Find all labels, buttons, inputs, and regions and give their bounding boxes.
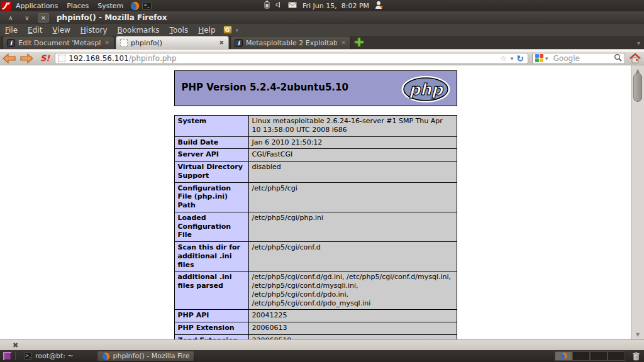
- vertical-scrollbar[interactable]: ▲ ▼: [631, 65, 644, 339]
- menu-tools[interactable]: Tools: [165, 26, 194, 35]
- menu-history[interactable]: History: [75, 26, 113, 35]
- search-magnifier-icon[interactable]: [614, 53, 622, 63]
- bookmark-star-icon[interactable]: ☆: [498, 54, 509, 63]
- menu-file[interactable]: File: [0, 26, 23, 35]
- chevron-down-icon: ∨: [25, 14, 29, 21]
- menu-view[interactable]: View: [47, 26, 75, 35]
- show-desktop-icon[interactable]: [3, 352, 11, 360]
- phpinfo-header: PHP Version 5.2.4-2ubuntu5.10 php: [174, 70, 457, 106]
- search-bar[interactable]: ▾ Google: [532, 53, 625, 64]
- new-tab-button[interactable]: [354, 37, 364, 47]
- phpinfo-page: PHP Version 5.2.4-2ubuntu5.10 php System…: [174, 70, 457, 339]
- menu-bookmarks[interactable]: Bookmarks: [113, 26, 165, 35]
- volume-icon[interactable]: [275, 1, 282, 10]
- firefox-menu-bar: File Edit View History Bookmarks Tools H…: [0, 24, 644, 36]
- stop-button[interactable]: S!: [40, 53, 50, 63]
- scrollbar-thumb[interactable]: [633, 73, 642, 102]
- table-row: Configuration File (php.ini) Path/etc/ph…: [174, 182, 457, 212]
- workspace-1[interactable]: [555, 351, 572, 361]
- reload-icon[interactable]: ↻: [515, 53, 525, 63]
- table-row: Server APICGI/FastCGI: [174, 149, 457, 162]
- findbar-close-icon[interactable]: ✖: [13, 341, 18, 349]
- forward-button[interactable]: [19, 53, 34, 64]
- table-row: Loaded Configuration File/etc/php5/cgi/p…: [174, 212, 457, 241]
- window-close-button[interactable]: ✕: [38, 13, 49, 23]
- addon-dropdown-icon[interactable]: ▾: [236, 27, 239, 33]
- info-favicon: i: [7, 39, 15, 47]
- back-button[interactable]: [2, 53, 17, 64]
- row-value: /etc/php5/cgi/conf.d: [248, 242, 457, 272]
- row-label: Build Date: [174, 136, 248, 149]
- mail-icon[interactable]: [288, 2, 297, 10]
- tab-edit-document[interactable]: i Edit Document 'Metasploita... ✕: [3, 36, 114, 49]
- menu-help[interactable]: Help: [193, 26, 220, 35]
- table-row: SystemLinux metasploitable 2.6.24-16-ser…: [174, 116, 457, 137]
- table-row: PHP API20041225: [174, 310, 457, 322]
- tab-label: phpinfo(): [131, 39, 215, 47]
- tab-phpinfo[interactable]: phpinfo() ✖: [116, 36, 229, 49]
- php-info-table-body: SystemLinux metasploitable 2.6.24-16-ser…: [174, 116, 457, 340]
- scroll-down-icon[interactable]: ▼: [631, 329, 644, 339]
- url-dropdown-icon[interactable]: ▾: [509, 55, 516, 62]
- row-label: PHP API: [174, 310, 248, 322]
- navigation-toolbar: S! 192.168.56.101/phpinfo.php ☆ ▾ ↻ ▾ Go…: [0, 52, 644, 65]
- task-terminal[interactable]: >_ root@bt: ~: [19, 351, 78, 361]
- panel-clock[interactable]: Fri Jun 15, 8:02 PM: [303, 2, 369, 10]
- tab-close-icon[interactable]: ✕: [104, 40, 110, 46]
- task-firefox[interactable]: phpinfo() - Mozilla Fire...: [97, 351, 194, 361]
- bottom-taskbar: >_ root@bt: ~ phpinfo() - Mozilla Fire..…: [0, 350, 644, 362]
- menu-applications[interactable]: Applications: [11, 0, 62, 11]
- row-value: /etc/php5/cgi/conf.d/gd.ini, /etc/php5/c…: [248, 272, 457, 310]
- tab-bar: i Edit Document 'Metasploita... ✕ phpinf…: [0, 36, 644, 50]
- row-label: System: [174, 116, 248, 137]
- home-button[interactable]: [629, 53, 641, 64]
- url-host-text: 192.168.56.101: [69, 54, 128, 63]
- table-row: Scan this dir for additional .ini files/…: [174, 242, 457, 272]
- row-label: PHP Extension: [174, 322, 248, 335]
- desktop: Applications Places System >_ Fri Jun 15…: [0, 0, 644, 362]
- window-title-bar[interactable]: ∧ ∨ ✕ phpinfo() - Mozilla Firefox: [0, 11, 644, 24]
- task-label: root@bt: ~: [35, 352, 74, 360]
- tab-close-icon[interactable]: ✖: [218, 40, 225, 46]
- row-value: 20060613: [248, 322, 457, 335]
- row-value: Linux metasploitable 2.6.24-16-server #1…: [248, 116, 457, 137]
- page-favicon: [58, 55, 65, 62]
- addon-icon[interactable]: G: [223, 26, 232, 34]
- row-label: Scan this dir for additional .ini files: [174, 242, 248, 272]
- firefox-launcher-icon[interactable]: [130, 1, 140, 11]
- window-minimize-button[interactable]: ∨: [21, 13, 33, 23]
- workspace-4[interactable]: [608, 351, 625, 361]
- tab-metasploitable[interactable]: i Metasploitable 2 Exploitabili... ✕: [230, 36, 351, 49]
- svg-text:php: php: [409, 80, 444, 99]
- window-shade-button[interactable]: ∧: [5, 13, 16, 23]
- chevron-up-icon: ∧: [8, 14, 13, 21]
- search-engine-dropdown-icon[interactable]: ▾: [543, 55, 550, 62]
- row-label: additional .ini files parsed: [174, 272, 248, 310]
- battery-icon[interactable]: [264, 1, 270, 11]
- user-switcher-icon[interactable]: [375, 1, 384, 11]
- row-value: 20041225: [248, 310, 457, 322]
- search-input[interactable]: Google: [553, 54, 614, 63]
- tab-list-dropdown-icon[interactable]: ▾: [637, 40, 640, 47]
- tab-label: Edit Document 'Metasploita...: [18, 39, 101, 47]
- row-label: Virtual Directory Support: [174, 162, 248, 183]
- top-panel: Applications Places System >_ Fri Jun 15…: [0, 0, 644, 11]
- tab-close-icon[interactable]: ✕: [340, 40, 347, 46]
- table-row: Zend Extension220060519: [174, 334, 457, 339]
- workspace-2[interactable]: [572, 351, 590, 361]
- row-value: /etc/php5/cgi/php.ini: [248, 212, 457, 241]
- menu-system[interactable]: System: [93, 0, 128, 11]
- url-path-text: /phpinfo.php: [129, 54, 177, 63]
- url-bar[interactable]: 192.168.56.101/phpinfo.php ☆ ▾ ↻: [55, 53, 528, 64]
- page-title: PHP Version 5.2.4-2ubuntu5.10: [182, 82, 348, 93]
- menu-edit[interactable]: Edit: [23, 26, 47, 35]
- browser-viewport: PHP Version 5.2.4-2ubuntu5.10 php System…: [0, 65, 631, 339]
- terminal-launcher-icon[interactable]: >_: [142, 2, 152, 10]
- workspace-switcher: [555, 351, 625, 361]
- backtrack-logo-icon[interactable]: [1, 1, 11, 11]
- google-engine-icon[interactable]: [535, 54, 543, 62]
- menu-places[interactable]: Places: [62, 0, 93, 11]
- trash-icon[interactable]: [630, 351, 641, 361]
- find-bar: ✖: [0, 339, 644, 350]
- workspace-3[interactable]: [590, 351, 608, 361]
